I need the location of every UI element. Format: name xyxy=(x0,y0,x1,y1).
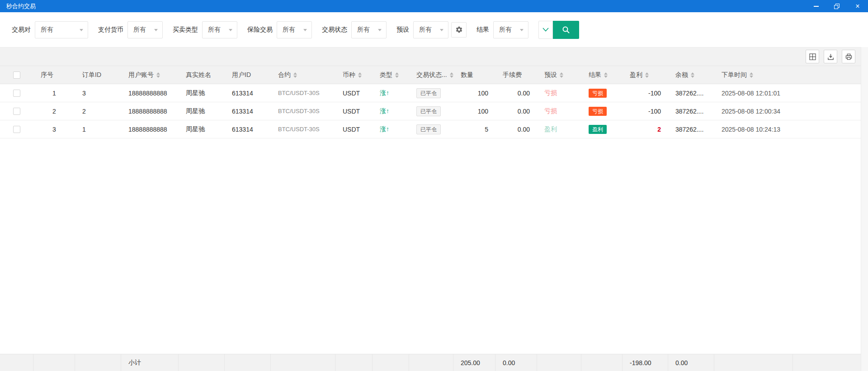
col-header-coin[interactable]: 币种 xyxy=(335,66,373,84)
table-body: 1318888888888周星驰613314BTC/USDT-30SUSDT涨↑… xyxy=(0,84,861,138)
trend-up-text: 涨↑ xyxy=(380,125,389,133)
search-button[interactable] xyxy=(553,21,579,39)
cell-result: 盈利 xyxy=(581,120,623,138)
subtotal-orderId xyxy=(75,354,121,371)
column-label: 序号 xyxy=(41,71,53,79)
cell-orderId: 2 xyxy=(75,102,121,120)
subtotal-preset xyxy=(537,354,581,371)
col-header-result[interactable]: 结果 xyxy=(581,66,623,84)
subtotal-type xyxy=(373,354,409,371)
result-badge: 亏损 xyxy=(589,89,607,98)
chevron-down-icon xyxy=(80,29,83,31)
subtotal-profit: -198.00 xyxy=(623,354,668,371)
cell-realName: 周星驰 xyxy=(179,102,225,120)
selected-value: 所有 xyxy=(283,26,295,34)
col-header-preset[interactable]: 预设 xyxy=(537,66,581,84)
tradeType-select[interactable]: 所有 xyxy=(202,21,237,38)
sort-icon[interactable] xyxy=(293,72,297,78)
sort-icon[interactable] xyxy=(645,72,649,78)
result-select[interactable]: 所有 xyxy=(493,21,528,38)
col-header-time[interactable]: 下单时间 xyxy=(714,66,793,84)
filter-label-tradeStatus: 交易状态 xyxy=(322,26,347,34)
result-badge: 亏损 xyxy=(589,107,607,116)
filter-label-tradingPair: 交易对 xyxy=(12,26,31,34)
filter-bar: 交易对所有支付货币所有买卖类型所有保险交易所有交易状态所有预设所有结果所有 xyxy=(0,12,868,47)
cell-check xyxy=(0,120,33,138)
row-filler xyxy=(793,102,861,120)
filter-group-result: 结果所有 xyxy=(476,21,528,38)
cell-type: 涨↑ xyxy=(373,84,409,102)
cell-result: 亏损 xyxy=(581,84,623,102)
col-header-check xyxy=(0,66,33,84)
cell-contract: BTC/USDT-30S xyxy=(271,84,335,102)
preset-text: 亏损 xyxy=(544,107,557,115)
selected-value: 所有 xyxy=(357,26,370,34)
cell-contract: BTC/USDT-30S xyxy=(271,102,335,120)
preset-text: 盈利 xyxy=(544,125,557,133)
col-header-type[interactable]: 类型 xyxy=(373,66,409,84)
cell-fee: 0.00 xyxy=(495,84,537,102)
minimize-button[interactable] xyxy=(806,0,826,12)
export-button[interactable] xyxy=(824,50,837,63)
sort-icon[interactable] xyxy=(395,72,399,78)
cell-time: 2025-08-08 12:01:01 xyxy=(714,84,793,102)
cell-balance: 387262.... xyxy=(668,120,714,138)
select-all-checkbox[interactable] xyxy=(13,71,20,79)
sort-icon[interactable] xyxy=(450,72,453,78)
preset-settings-button[interactable] xyxy=(451,22,467,38)
sort-icon[interactable] xyxy=(750,72,753,78)
chevron-down-icon xyxy=(303,29,307,31)
sort-icon[interactable] xyxy=(358,72,362,78)
selected-value: 所有 xyxy=(133,26,146,34)
subtotal-index xyxy=(33,354,75,371)
tradeStatus-select[interactable]: 所有 xyxy=(351,21,387,38)
row-checkbox[interactable] xyxy=(13,126,20,133)
row-checkbox[interactable] xyxy=(13,90,20,97)
column-label: 下单时间 xyxy=(722,71,747,79)
col-header-contract[interactable]: 合约 xyxy=(271,66,335,84)
cell-fee: 0.00 xyxy=(495,102,537,120)
column-label: 数量 xyxy=(461,71,473,79)
selected-value: 所有 xyxy=(208,26,221,34)
cell-contract: BTC/USDT-30S xyxy=(271,120,335,138)
chevron-down-icon xyxy=(520,29,524,31)
restore-icon xyxy=(834,4,840,9)
chevron-down-icon xyxy=(542,28,549,32)
close-button[interactable]: × xyxy=(847,0,868,12)
sort-icon[interactable] xyxy=(604,72,608,78)
row-checkbox[interactable] xyxy=(13,108,20,115)
print-button[interactable] xyxy=(842,50,855,63)
col-header-index: 序号 xyxy=(33,66,75,84)
selected-value: 所有 xyxy=(41,26,53,34)
subtotal-tradeStatus xyxy=(409,354,453,371)
restore-button[interactable] xyxy=(826,0,847,12)
cell-orderId: 3 xyxy=(75,84,121,102)
vertical-scrollbar[interactable] xyxy=(861,47,868,371)
column-label: 余额 xyxy=(675,71,688,79)
profit-value: -100 xyxy=(648,108,661,115)
col-header-account[interactable]: 用户账号 xyxy=(121,66,179,84)
cell-tradeStatus: 已平仓 xyxy=(409,102,453,120)
cell-index: 3 xyxy=(33,120,75,138)
chevron-down-icon xyxy=(154,29,158,31)
sort-icon[interactable] xyxy=(156,72,160,78)
trade-status-badge: 已平仓 xyxy=(416,88,441,98)
col-header-tradeStatus[interactable]: 交易状态... xyxy=(409,66,453,84)
cell-profit: 2 xyxy=(623,120,668,138)
table-row: 1318888888888周星驰613314BTC/USDT-30SUSDT涨↑… xyxy=(0,84,861,102)
expand-filters-button[interactable] xyxy=(538,21,553,39)
tradingPair-select[interactable]: 所有 xyxy=(35,21,88,38)
col-header-profit[interactable]: 盈利 xyxy=(623,66,668,84)
sort-icon[interactable] xyxy=(691,72,694,78)
column-label: 用户ID xyxy=(232,71,251,79)
window-title: 秒合约交易 xyxy=(0,2,36,10)
table-row: 2218888888888周星驰613314BTC/USDT-30SUSDT涨↑… xyxy=(0,102,861,120)
columns-filter-button[interactable] xyxy=(806,50,819,63)
close-icon: × xyxy=(855,3,859,10)
payCurrency-select[interactable]: 所有 xyxy=(127,21,163,38)
table-row: 3118888888888周星驰613314BTC/USDT-30SUSDT涨↑… xyxy=(0,120,861,138)
insurance-select[interactable]: 所有 xyxy=(277,21,312,38)
col-header-balance[interactable]: 余额 xyxy=(668,66,714,84)
sort-icon[interactable] xyxy=(560,72,563,78)
preset-select[interactable]: 所有 xyxy=(413,21,448,38)
